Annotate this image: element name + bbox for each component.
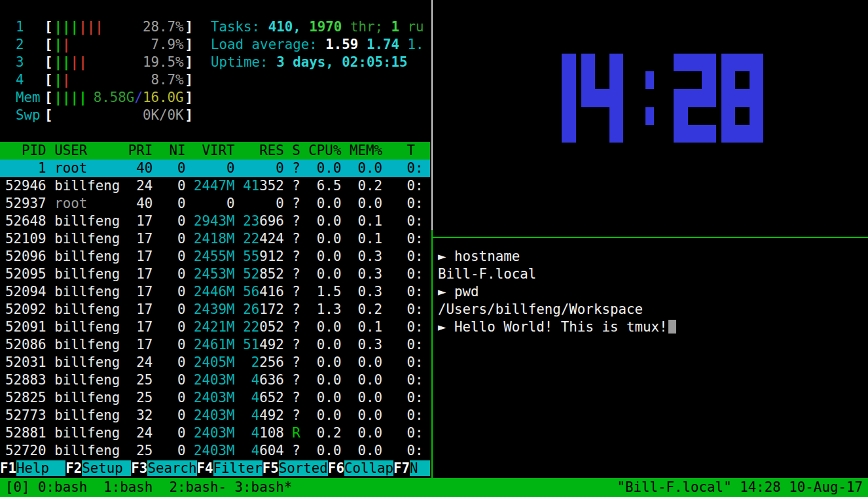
meter-mem: Mem[||||8.58G/16.0G] [0, 89, 430, 107]
pane-border-vertical-top [431, 0, 433, 230]
process-row[interactable]: 52092 billfeng 17 0 2439M 26172 ? 1.3 0.… [0, 301, 430, 318]
clock-digit-8 [721, 54, 764, 143]
htop-spacer [0, 124, 430, 142]
fkey-f7[interactable]: F7N [393, 460, 430, 477]
htop-function-key-bar: F1Help F2Setup F3SearchF4FilterF5SortedF… [0, 460, 430, 477]
tmux-status-right: "Bill-F.local" 14:28 10-Aug-17 [617, 478, 863, 497]
shell-command-line: ► Hello World! This is tmux! [438, 318, 868, 336]
digital-clock [533, 0, 769, 237]
htop-info-column: Tasks: 410, 1970 thr; 1 ruLoad average: … [211, 18, 424, 71]
htop-info-line: Uptime: 3 days, 02:05:15 [211, 54, 424, 71]
tmux-screen: 1[||||||28.7%]2[||7.9%]3[||||19.5%]4[||8… [0, 0, 868, 497]
terminal-cursor [668, 320, 676, 334]
process-table-body: 1 root 40 0 0 0 ? 0.0 0.0 0:52946 billfe… [0, 160, 430, 460]
clock-digit-2 [674, 54, 716, 143]
htop-meters-section: 1[||||||28.7%]2[||7.9%]3[||||19.5%]4[||8… [0, 0, 430, 124]
tmux-window-list[interactable]: [0] 0:bash 1:bash 2:bash- 3:bash* [5, 478, 292, 497]
process-row[interactable]: 52720 billfeng 25 0 2403M 4604 ? 0.0 0.0… [0, 442, 430, 460]
fkey-f1[interactable]: F1Help [0, 460, 65, 477]
process-row[interactable]: 52109 billfeng 17 0 2418M 22424 ? 0.0 0.… [0, 230, 430, 248]
shell-output-line: /Users/billfeng/Workspace [438, 301, 868, 318]
process-row[interactable]: 52946 billfeng 24 0 2447M 41352 ? 6.5 0.… [0, 177, 430, 195]
htop-info-line: Tasks: 410, 1970 thr; 1 ru [211, 18, 424, 36]
shell-command-line: ► pwd [438, 283, 868, 301]
fkey-f4[interactable]: F4Filter [197, 460, 262, 477]
shell-pane[interactable]: ► hostnameBill-F.local► pwd/Users/billfe… [434, 239, 868, 478]
fkey-f3[interactable]: F3Search [131, 460, 196, 477]
pane-border-vertical-bottom [431, 230, 433, 478]
process-row[interactable]: 52881 billfeng 24 0 2403M 4108 R 0.2 0.0… [0, 424, 430, 442]
clock-colon [645, 54, 654, 143]
fkey-f6[interactable]: F6Collap [328, 460, 393, 477]
process-row[interactable]: 52095 billfeng 17 0 2453M 52852 ? 0.0 0.… [0, 266, 430, 283]
process-row[interactable]: 52096 billfeng 17 0 2455M 55912 ? 0.0 0.… [0, 248, 430, 266]
htop-pane: 1[||||||28.7%]2[||7.9%]3[||||19.5%]4[||8… [0, 0, 430, 478]
process-row[interactable]: 52031 billfeng 24 0 2405M 2256 ? 0.0 0.0… [0, 354, 430, 371]
clock-digit-4 [581, 54, 624, 143]
fkey-f2[interactable]: F2Setup [65, 460, 131, 477]
process-row[interactable]: 52773 billfeng 32 0 2403M 4492 ? 0.0 0.0… [0, 407, 430, 424]
process-row[interactable]: 52648 billfeng 17 0 2943M 23696 ? 0.0 0.… [0, 213, 430, 230]
prompt-arrow-icon: ► [438, 319, 454, 335]
tmux-status-bar: [0] 0:bash 1:bash 2:bash- 3:bash* "Bill-… [0, 478, 868, 497]
htop-info-line: Load average: 1.59 1.74 1. [211, 36, 424, 54]
process-row[interactable]: 52937 root 40 0 0 0 ? 0.0 0.0 0: [0, 195, 430, 213]
process-table-header[interactable]: PID USER PRI NI VIRT RES S CPU% MEM% T [0, 142, 430, 160]
prompt-arrow-icon: ► [438, 284, 454, 300]
pane-border-horizontal [433, 237, 868, 238]
meter-4: 4[||8.7%] [0, 71, 430, 89]
process-row[interactable]: 1 root 40 0 0 0 ? 0.0 0.0 0: [0, 160, 430, 177]
process-row[interactable]: 52094 billfeng 17 0 2446M 56416 ? 1.5 0.… [0, 283, 430, 301]
fkey-f5[interactable]: F5Sorted [262, 460, 328, 477]
process-row[interactable]: 52091 billfeng 17 0 2421M 22052 ? 0.0 0.… [0, 318, 430, 336]
clock-digit-1 [533, 54, 576, 143]
process-row[interactable]: 52086 billfeng 17 0 2461M 51492 ? 0.0 0.… [0, 336, 430, 354]
process-row[interactable]: 52825 billfeng 25 0 2403M 4652 ? 0.0 0.0… [0, 389, 430, 407]
prompt-arrow-icon: ► [438, 248, 454, 264]
shell-output: ► hostnameBill-F.local► pwd/Users/billfe… [434, 239, 868, 336]
process-row[interactable]: 52883 billfeng 25 0 2403M 4636 ? 0.0 0.0… [0, 371, 430, 389]
shell-command-line: ► hostname [438, 248, 868, 266]
clock-pane [434, 0, 868, 237]
shell-output-line: Bill-F.local [438, 266, 868, 283]
meter-swp: Swp[0K/0K] [0, 107, 430, 124]
